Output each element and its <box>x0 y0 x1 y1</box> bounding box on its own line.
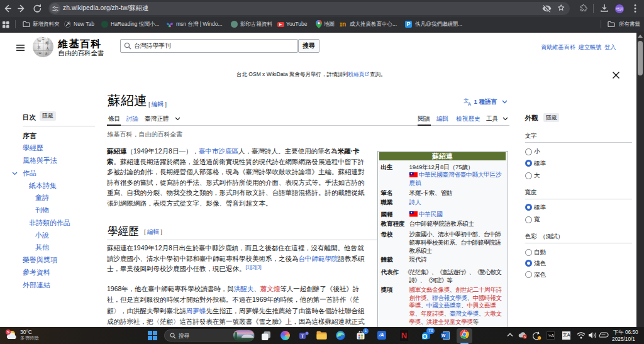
svg-text:A: A <box>468 101 471 106</box>
svg-text:S: S <box>7 330 9 334</box>
svg-text:Ω: Ω <box>38 51 41 55</box>
svg-text:W: W <box>441 333 446 337</box>
svg-text:W: W <box>38 39 42 43</box>
svg-text:A: A <box>47 47 49 50</box>
svg-text:T: T <box>301 333 304 339</box>
svg-text:あ: あ <box>45 52 48 56</box>
svg-text:文: 文 <box>37 45 41 49</box>
svg-text:維: 維 <box>45 41 49 45</box>
svg-text:Σ: Σ <box>42 36 45 40</box>
